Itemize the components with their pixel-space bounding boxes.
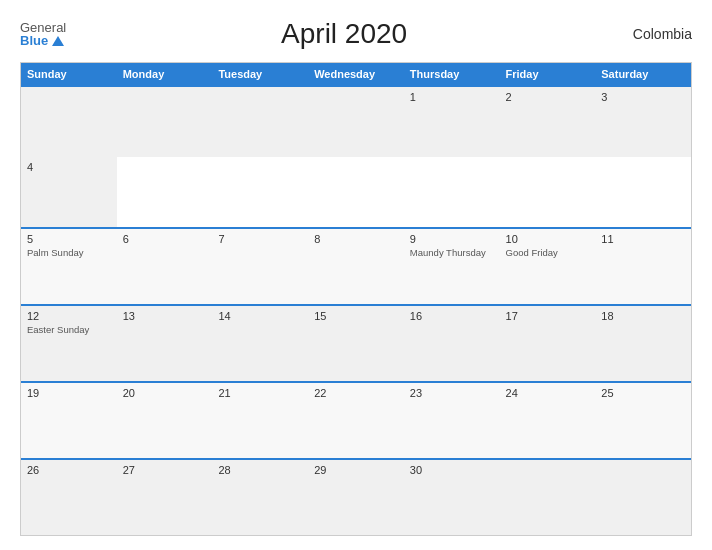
day-number: 25	[601, 387, 685, 399]
calendar-title: April 2020	[66, 18, 622, 50]
day-cell: 3	[595, 87, 691, 157]
holiday-label: Palm Sunday	[27, 247, 111, 259]
day-cell: 23	[404, 383, 500, 458]
day-cell: 29	[308, 460, 404, 535]
day-of-week-header: Monday	[117, 63, 213, 85]
day-number: 16	[410, 310, 494, 322]
day-number: 4	[27, 161, 111, 173]
day-cell: 14	[212, 306, 308, 381]
day-cell: 4	[21, 157, 117, 227]
day-number: 2	[506, 91, 590, 103]
day-of-week-header: Sunday	[21, 63, 117, 85]
calendar-week: 12Easter Sunday131415161718	[21, 304, 691, 381]
day-cell: 16	[404, 306, 500, 381]
day-number: 17	[506, 310, 590, 322]
day-number: 8	[314, 233, 398, 245]
day-cell: 2	[500, 87, 596, 157]
day-number: 23	[410, 387, 494, 399]
day-cell: 9Maundy Thursday	[404, 229, 500, 304]
day-number: 11	[601, 233, 685, 245]
calendar-header-row: SundayMondayTuesdayWednesdayThursdayFrid…	[21, 63, 691, 85]
day-number: 18	[601, 310, 685, 322]
day-number: 28	[218, 464, 302, 476]
holiday-label: Easter Sunday	[27, 324, 111, 336]
empty-day-cell	[117, 87, 213, 157]
day-number: 24	[506, 387, 590, 399]
day-cell: 8	[308, 229, 404, 304]
day-cell: 6	[117, 229, 213, 304]
calendar-week: 19202122232425	[21, 381, 691, 458]
day-number: 13	[123, 310, 207, 322]
calendar-week: 5Palm Sunday6789Maundy Thursday10Good Fr…	[21, 227, 691, 304]
day-cell: 26	[21, 460, 117, 535]
header: General Blue April 2020 Colombia	[20, 18, 692, 50]
day-cell: 25	[595, 383, 691, 458]
day-of-week-header: Wednesday	[308, 63, 404, 85]
day-number: 1	[410, 91, 494, 103]
day-number: 14	[218, 310, 302, 322]
day-number: 26	[27, 464, 111, 476]
day-of-week-header: Thursday	[404, 63, 500, 85]
day-cell: 11	[595, 229, 691, 304]
day-number: 30	[410, 464, 494, 476]
day-number: 10	[506, 233, 590, 245]
logo-triangle-icon	[52, 36, 64, 46]
holiday-label: Good Friday	[506, 247, 590, 259]
calendar-week: 2627282930	[21, 458, 691, 535]
day-cell: 22	[308, 383, 404, 458]
day-number: 7	[218, 233, 302, 245]
day-number: 3	[601, 91, 685, 103]
holiday-label: Maundy Thursday	[410, 247, 494, 259]
calendar-week: 1234	[21, 85, 691, 227]
day-of-week-header: Friday	[500, 63, 596, 85]
day-cell: 1	[404, 87, 500, 157]
day-cell: 18	[595, 306, 691, 381]
day-cell: 10Good Friday	[500, 229, 596, 304]
day-cell: 12Easter Sunday	[21, 306, 117, 381]
day-cell: 5Palm Sunday	[21, 229, 117, 304]
day-number: 22	[314, 387, 398, 399]
logo: General Blue	[20, 21, 66, 47]
day-cell: 17	[500, 306, 596, 381]
day-cell	[212, 87, 308, 157]
day-number: 9	[410, 233, 494, 245]
day-cell: 30	[404, 460, 500, 535]
day-number: 21	[218, 387, 302, 399]
day-of-week-header: Tuesday	[212, 63, 308, 85]
empty-day-cell	[21, 87, 117, 157]
calendar-grid: SundayMondayTuesdayWednesdayThursdayFrid…	[20, 62, 692, 536]
day-cell: 27	[117, 460, 213, 535]
day-number: 29	[314, 464, 398, 476]
calendar-page: General Blue April 2020 Colombia SundayM…	[0, 0, 712, 550]
day-cell: 19	[21, 383, 117, 458]
day-cell	[500, 460, 596, 535]
day-number: 27	[123, 464, 207, 476]
day-cell: 13	[117, 306, 213, 381]
day-cell: 20	[117, 383, 213, 458]
logo-blue-text: Blue	[20, 34, 64, 47]
day-cell: 28	[212, 460, 308, 535]
day-number: 20	[123, 387, 207, 399]
day-cell: 24	[500, 383, 596, 458]
day-number: 15	[314, 310, 398, 322]
day-number: 6	[123, 233, 207, 245]
day-cell	[308, 87, 404, 157]
day-cell: 15	[308, 306, 404, 381]
day-cell	[595, 460, 691, 535]
calendar-body: 12345Palm Sunday6789Maundy Thursday10Goo…	[21, 85, 691, 535]
day-number: 19	[27, 387, 111, 399]
day-cell: 7	[212, 229, 308, 304]
day-cell: 21	[212, 383, 308, 458]
country-label: Colombia	[622, 26, 692, 42]
day-of-week-header: Saturday	[595, 63, 691, 85]
day-number: 5	[27, 233, 111, 245]
day-number: 12	[27, 310, 111, 322]
